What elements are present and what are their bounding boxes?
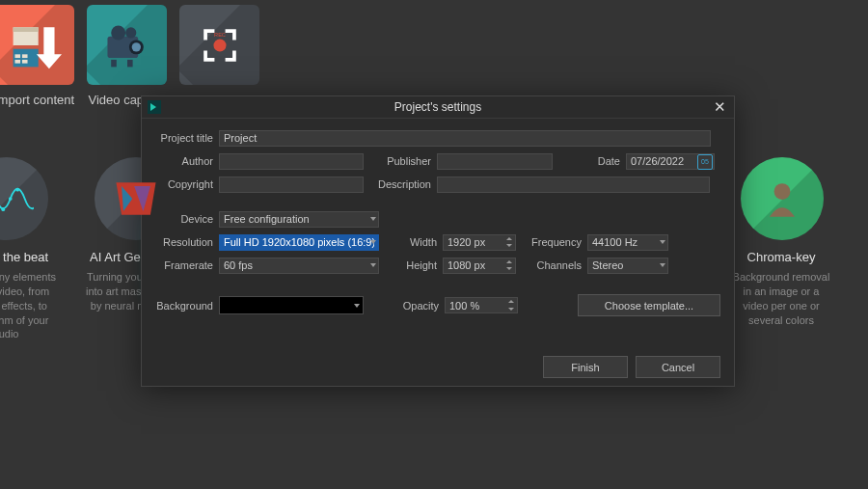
date-field[interactable]: 05 (626, 153, 715, 170)
resolution-select[interactable] (219, 234, 379, 251)
label-resolution: Resolution (155, 236, 213, 248)
resolution-value[interactable] (219, 234, 379, 251)
cancel-button[interactable]: Cancel (636, 356, 720, 378)
feature-circle[interactable] (95, 157, 177, 240)
label-height: Height (379, 259, 437, 271)
label-framerate: Framerate (155, 259, 213, 271)
svg-point-19 (9, 197, 13, 201)
feature-desc: Background removal in an image or a vide… (731, 270, 831, 327)
card-screen-capture[interactable]: REC (179, 5, 259, 85)
label-date: Date (553, 155, 620, 167)
feature-name: Detect the beat (0, 250, 56, 264)
opacity-stepper[interactable] (445, 297, 518, 313)
card-title: Import content (0, 93, 74, 107)
label-background: Background (155, 300, 213, 312)
label-frequency: Frequency (516, 236, 582, 248)
width-stepper[interactable] (443, 234, 516, 251)
publisher-input[interactable] (437, 153, 553, 170)
svg-rect-13 (127, 59, 133, 66)
feature-circle[interactable] (0, 157, 48, 240)
label-publisher: Publisher (364, 155, 431, 167)
camera-icon (87, 5, 167, 85)
svg-text:REC: REC (214, 31, 226, 37)
framerate-value[interactable] (219, 258, 379, 274)
card-video-capture[interactable] (87, 5, 167, 85)
svg-rect-12 (111, 59, 117, 66)
device-select[interactable] (219, 211, 379, 228)
svg-point-11 (131, 42, 140, 51)
stepper-buttons[interactable] (503, 235, 515, 250)
label-project-title: Project title (155, 132, 213, 144)
chevron-down-icon (370, 217, 376, 221)
dialog-titlebar[interactable]: Project's settings ✕ (142, 96, 734, 119)
chevron-down-icon (354, 304, 360, 308)
feature-desc: Moving any elements in your video, from … (0, 270, 56, 341)
chevron-down-icon (660, 263, 665, 267)
svg-point-20 (15, 188, 19, 192)
framerate-select[interactable] (219, 258, 379, 274)
svg-rect-5 (14, 59, 20, 63)
import-icon (0, 5, 74, 85)
dialog-footer: Finish Cancel (543, 356, 720, 378)
waveform-icon (0, 157, 48, 240)
copyright-input[interactable] (219, 177, 364, 193)
dialog-title: Project's settings (142, 100, 734, 114)
choose-template-button[interactable]: Choose template... (578, 294, 720, 316)
frequency-value[interactable] (587, 234, 668, 251)
svg-rect-4 (21, 54, 27, 58)
svg-point-21 (774, 183, 791, 200)
chevron-down-icon (370, 240, 376, 244)
chevron-down-icon (370, 263, 376, 267)
svg-point-18 (1, 207, 5, 211)
feature-block: Chroma-keyBackground removal in an image… (731, 250, 831, 356)
label-channels: Channels (516, 259, 582, 271)
screen-rec-icon: REC (179, 5, 259, 85)
feature-block: Detect the beatMoving any elements in yo… (0, 250, 56, 356)
author-input[interactable] (219, 153, 364, 170)
svg-rect-1 (13, 27, 38, 32)
device-value[interactable] (219, 211, 379, 228)
svg-rect-3 (14, 54, 20, 58)
chroma-key-icon (741, 157, 824, 240)
card-import[interactable] (0, 5, 74, 85)
chevron-down-icon (660, 240, 665, 244)
frequency-select[interactable] (587, 234, 668, 251)
channels-value[interactable] (587, 258, 668, 274)
height-stepper[interactable] (443, 258, 516, 274)
svg-point-8 (111, 25, 125, 40)
label-opacity: Opacity (364, 300, 439, 312)
description-input[interactable] (437, 177, 710, 193)
project-settings-dialog: Project's settings ✕ Project title Autho… (141, 95, 735, 387)
project-title-input[interactable] (219, 130, 711, 147)
calendar-icon[interactable]: 05 (697, 154, 713, 170)
feature-name: Chroma-key (731, 250, 831, 264)
svg-point-9 (125, 27, 136, 38)
svg-point-14 (213, 39, 226, 51)
stepper-buttons[interactable] (505, 298, 517, 312)
feature-circle[interactable] (741, 157, 824, 240)
ai-art-icon (95, 157, 177, 240)
close-icon[interactable]: ✕ (711, 98, 728, 116)
stepper-buttons[interactable] (503, 258, 515, 273)
label-description: Description (364, 178, 431, 190)
label-width: Width (379, 236, 437, 248)
finish-button[interactable]: Finish (543, 356, 628, 378)
template-card-row: REC (0, 0, 868, 85)
svg-rect-6 (21, 59, 27, 63)
channels-select[interactable] (587, 258, 668, 274)
background-color-picker[interactable] (219, 296, 364, 314)
label-author: Author (155, 155, 213, 167)
